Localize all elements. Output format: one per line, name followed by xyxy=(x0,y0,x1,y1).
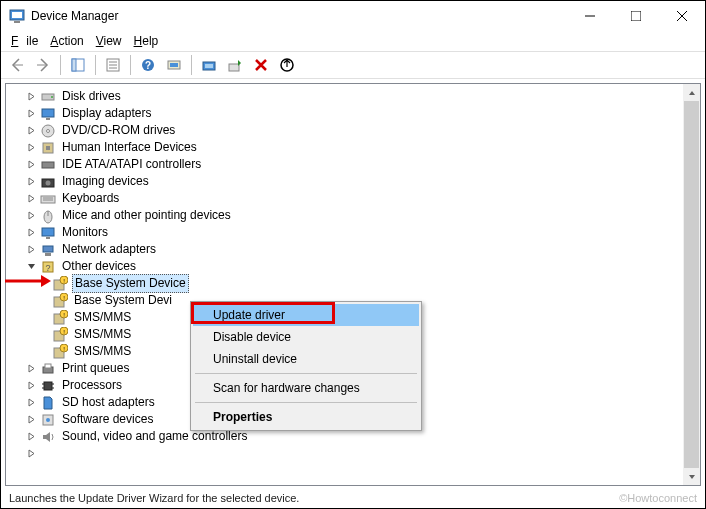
svg-rect-24 xyxy=(46,118,50,120)
unknown-device-icon: ! xyxy=(52,276,68,292)
expander-icon[interactable] xyxy=(24,90,38,104)
svg-rect-60 xyxy=(44,382,52,390)
window-title: Device Manager xyxy=(31,9,118,23)
watermark: ©Howtoconnect xyxy=(619,492,697,504)
statusbar: Launches the Update Driver Wizard for th… xyxy=(1,488,705,508)
tree-node[interactable]: Display adapters xyxy=(10,105,700,122)
tree-node-other-devices[interactable]: ?Other devices xyxy=(10,258,700,275)
tree-node[interactable]: Monitors xyxy=(10,224,700,241)
uninstall-device-button[interactable] xyxy=(249,53,273,77)
expander-icon[interactable] xyxy=(24,362,38,376)
keyboard-icon xyxy=(40,191,56,207)
tree-node[interactable]: Disk drives xyxy=(10,88,700,105)
expander-icon[interactable] xyxy=(24,396,38,410)
svg-point-26 xyxy=(47,129,50,132)
status-text: Launches the Update Driver Wizard for th… xyxy=(9,492,299,504)
software-icon xyxy=(40,412,56,428)
disk-icon xyxy=(40,89,56,105)
menu-separator xyxy=(195,402,417,403)
expander-icon[interactable] xyxy=(24,141,38,155)
update-driver-button[interactable] xyxy=(197,53,221,77)
network-icon xyxy=(40,242,56,258)
maximize-button[interactable] xyxy=(613,1,659,31)
show-hide-console-tree-button[interactable] xyxy=(66,53,90,77)
mouse-icon xyxy=(40,208,56,224)
svg-rect-23 xyxy=(42,109,54,117)
expander-icon[interactable] xyxy=(24,260,38,274)
tree-node-cut[interactable] xyxy=(10,445,700,462)
expander-icon[interactable] xyxy=(24,175,38,189)
menu-help[interactable]: Help xyxy=(130,32,163,50)
scroll-down-button[interactable] xyxy=(683,468,700,485)
tree-node[interactable]: Human Interface Devices xyxy=(10,139,700,156)
svg-rect-8 xyxy=(72,59,76,71)
tree-node[interactable]: IDE ATA/ATAPI controllers xyxy=(10,156,700,173)
expander-icon[interactable] xyxy=(24,430,38,444)
svg-rect-40 xyxy=(45,253,51,256)
close-button[interactable] xyxy=(659,1,705,31)
sound-icon xyxy=(40,429,56,445)
svg-rect-4 xyxy=(631,11,641,21)
back-button[interactable] xyxy=(5,53,29,77)
svg-rect-29 xyxy=(42,162,54,168)
help-button[interactable]: ? xyxy=(136,53,160,77)
disable-device-button[interactable] xyxy=(275,53,299,77)
svg-rect-16 xyxy=(170,63,178,67)
tree-node[interactable]: Mice and other pointing devices xyxy=(10,207,700,224)
titlebar: Device Manager xyxy=(1,1,705,31)
svg-rect-37 xyxy=(42,228,54,236)
tree-node[interactable]: Imaging devices xyxy=(10,173,700,190)
tree-node[interactable]: Keyboards xyxy=(10,190,700,207)
display-icon xyxy=(40,106,56,122)
forward-button[interactable] xyxy=(31,53,55,77)
dvd-icon xyxy=(40,123,56,139)
menu-action[interactable]: Action xyxy=(46,32,87,50)
properties-button[interactable] xyxy=(101,53,125,77)
tree-node-base-system-device[interactable]: !Base System Device xyxy=(10,275,700,292)
menu-view[interactable]: View xyxy=(92,32,126,50)
expander-icon[interactable] xyxy=(24,158,38,172)
expander-icon[interactable] xyxy=(24,243,38,257)
expander-icon[interactable] xyxy=(24,192,38,206)
menubar: File Action View Help xyxy=(1,31,705,51)
tree-node[interactable]: DVD/CD-ROM drives xyxy=(10,122,700,139)
imaging-icon xyxy=(40,174,56,190)
menu-disable-device[interactable]: Disable device xyxy=(193,326,419,348)
scan-hardware-button[interactable] xyxy=(162,53,186,77)
monitor-icon xyxy=(40,225,56,241)
menu-uninstall-device[interactable]: Uninstall device xyxy=(193,348,419,370)
print-icon xyxy=(40,361,56,377)
svg-rect-18 xyxy=(205,64,213,68)
expander-icon[interactable] xyxy=(24,124,38,138)
enable-device-button[interactable] xyxy=(223,53,247,77)
svg-rect-59 xyxy=(45,364,51,368)
scroll-thumb[interactable] xyxy=(684,101,699,481)
toolbar: ? xyxy=(1,51,705,79)
menu-properties[interactable]: Properties xyxy=(193,406,419,428)
unknown-device-icon: ! xyxy=(52,327,68,343)
vertical-scrollbar[interactable] xyxy=(683,84,700,485)
sd-icon xyxy=(40,395,56,411)
ide-icon xyxy=(40,157,56,173)
tree-node[interactable]: Network adapters xyxy=(10,241,700,258)
svg-point-66 xyxy=(46,418,50,422)
scroll-up-button[interactable] xyxy=(683,84,700,101)
menu-scan-hardware[interactable]: Scan for hardware changes xyxy=(193,377,419,399)
svg-rect-19 xyxy=(229,64,239,71)
expander-icon[interactable] xyxy=(24,209,38,223)
unknown-device-icon: ! xyxy=(52,293,68,309)
expander-icon[interactable] xyxy=(24,107,38,121)
expander-icon[interactable] xyxy=(24,413,38,427)
expander-icon[interactable] xyxy=(24,226,38,240)
context-menu: Update driver Disable device Uninstall d… xyxy=(190,301,422,431)
unknown-device-icon: ! xyxy=(52,310,68,326)
svg-point-22 xyxy=(51,96,53,98)
minimize-button[interactable] xyxy=(567,1,613,31)
expander-icon[interactable] xyxy=(24,447,38,461)
app-icon xyxy=(9,8,25,24)
expander-icon[interactable] xyxy=(24,379,38,393)
menu-file[interactable]: File xyxy=(7,32,42,50)
hid-icon xyxy=(40,140,56,156)
menu-update-driver[interactable]: Update driver xyxy=(193,304,419,326)
annotation-arrow xyxy=(3,273,53,289)
